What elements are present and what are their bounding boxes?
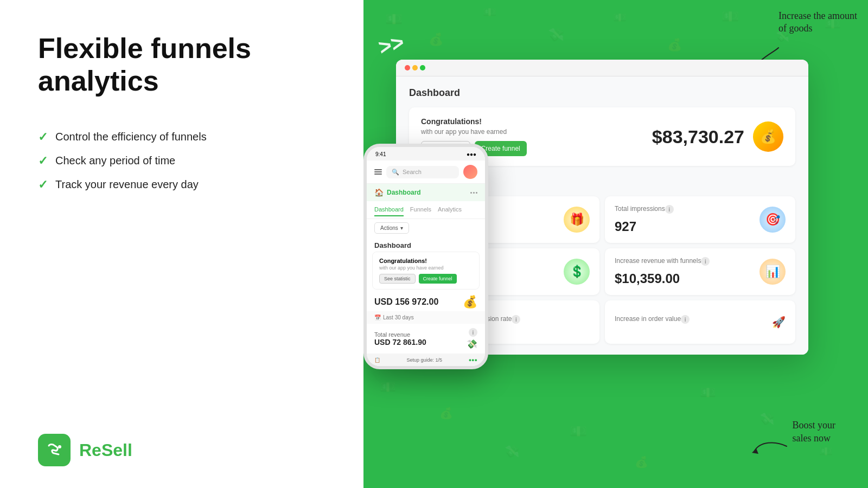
mobile-congrats-btns: See statistic Create funnel — [379, 274, 473, 284]
impressions-icon: 🎯 — [760, 207, 786, 233]
mobile-info-dot[interactable]: i — [469, 328, 477, 337]
amount-icon: 💰 — [753, 121, 783, 152]
actions-button[interactable]: Actions ▾ — [374, 222, 409, 234]
info-dot-order-value[interactable]: i — [681, 315, 690, 324]
dashboard-icon: 🏠 — [374, 188, 384, 197]
dot-green[interactable] — [420, 65, 425, 70]
hamburger-icon[interactable] — [374, 169, 382, 175]
tab-funnels[interactable]: Funnels — [410, 203, 431, 216]
mobile-actions: Actions ▾ — [367, 219, 485, 237]
left-panel: Flexible funnels analytics ✓ Control the… — [0, 0, 363, 488]
mobile-revenue-mini-icon: 💸 — [467, 339, 477, 349]
mobile-amount-value: USD 156 972.00 — [374, 297, 438, 307]
mobile-period[interactable]: 📅 Last 30 days — [367, 311, 485, 324]
search-placeholder: Search — [403, 169, 422, 175]
congrats-right: $83,730.27 💰 — [652, 121, 783, 152]
congrats-sub: with our app you have earned — [421, 128, 527, 136]
stat-left-order-value: Increase in order value i — [615, 315, 690, 329]
window-controls — [405, 65, 425, 70]
feature-item-1: ✓ Control the efficiency of funnels — [38, 130, 336, 144]
feature-item-2: ✓ Check any period of time — [38, 154, 336, 168]
congrats-title: Congratulations! — [421, 117, 527, 126]
mobile-stat-row-revenue: Total revenue USD 72 861.90 i 💸 — [367, 324, 485, 354]
mobile-congrats-sub: with our app you have earned — [379, 265, 473, 271]
left-content: Flexible funnels analytics ✓ Control the… — [38, 33, 336, 214]
actions-chevron: ▾ — [400, 225, 403, 231]
dot-yellow[interactable] — [412, 65, 418, 70]
info-dot-top-product[interactable]: i — [512, 315, 520, 324]
mobile-stat-right: i 💸 — [467, 328, 477, 349]
desktop-dashboard-title: Dashboard — [409, 87, 795, 99]
brand-name: ReSell — [79, 440, 132, 460]
brand-section: ReSell — [38, 434, 336, 466]
tab-dashboard[interactable]: Dashboard — [374, 203, 404, 216]
stat-label-order-value: Increase in order value — [615, 315, 681, 323]
setup-guide-icon: 📋 — [374, 357, 380, 363]
mobile-sidebar-item[interactable]: 🏠 Dashboard — [367, 184, 485, 201]
mobile-stat-left: Total revenue USD 72 861.90 — [374, 331, 426, 346]
stat-left-impressions: Total impressions i 927 — [615, 205, 674, 234]
info-dot-increase[interactable]: i — [701, 257, 710, 266]
mobile-statusbar: 9:41 ●●● — [367, 147, 485, 160]
mobile-more-icon[interactable] — [470, 192, 477, 194]
annotation-increase: Increase the amount of goods — [778, 10, 857, 35]
setup-guide-dots: ●●● — [469, 357, 477, 363]
hamburger-line-1 — [374, 169, 382, 170]
conversion-icon: 💲 — [564, 259, 590, 285]
mobile-see-statistic-button[interactable]: See statistic — [379, 274, 416, 284]
info-dot-impressions[interactable]: i — [665, 205, 674, 214]
mobile-stat-label-revenue: Total revenue — [374, 331, 426, 338]
stat-label-increase: Increase revenue with funnels — [615, 257, 701, 265]
total-amount: $83,730.27 — [652, 126, 744, 147]
tab-analytics[interactable]: Analytics — [438, 203, 462, 216]
mobile-create-funnel-button[interactable]: Create funnel — [419, 274, 457, 284]
main-heading: Flexible funnels analytics — [38, 33, 336, 98]
dot-red[interactable] — [405, 65, 410, 70]
mobile-amount-icon: 💰 — [463, 295, 477, 309]
features-list: ✓ Control the efficiency of funnels ✓ Ch… — [38, 130, 336, 192]
setup-guide[interactable]: 📋 Setup guide: 1/5 ●●● — [367, 354, 485, 366]
feature-item-3: ✓ Track your revenue every day — [38, 178, 336, 192]
check-icon-3: ✓ — [38, 178, 48, 192]
setup-guide-label: Setup guide: 1/5 — [407, 357, 443, 363]
stat-card-order-value: Increase in order value i 🚀 — [605, 300, 795, 344]
stat-header-increase: Increase revenue with funnels i — [615, 257, 710, 268]
mobile-time: 9:41 — [375, 151, 386, 157]
check-icon-1: ✓ — [38, 130, 48, 144]
mobile-status-icons: ●●● — [467, 151, 476, 157]
mobile-avatar[interactable] — [463, 165, 477, 179]
mobile-nav: 🔍 Search — [367, 160, 485, 184]
order-value-icon: 🚀 — [772, 316, 786, 329]
annotation-boost: Boost your sales now — [792, 419, 835, 445]
hamburger-line-2 — [374, 171, 382, 172]
mobile-search-input[interactable]: 🔍 Search — [386, 166, 459, 178]
actions-label: Actions — [380, 225, 398, 231]
stat-value-increase: $10,359.00 — [615, 271, 710, 286]
mobile-calendar-icon: 📅 — [374, 314, 381, 320]
mobile-mockup: 9:41 ●●● 🔍 Search 🏠 Dashboard — [363, 144, 488, 369]
stat-card-increase-revenue: Increase revenue with funnels i $10,359.… — [605, 248, 795, 295]
check-icon-2: ✓ — [38, 154, 48, 168]
right-panel: 💵 💰 💵 💸 💵 💰 💵 💸 💵 💵 💰 💸 💵 💰 💵 💸 💵 >> Inc… — [363, 0, 868, 488]
stat-header-impressions: Total impressions i — [615, 205, 674, 216]
brand-logo — [38, 434, 71, 466]
mobile-stat-value-revenue: USD 72 861.90 — [374, 338, 426, 346]
mobile-usd-amount: USD 156 972.00 💰 — [367, 290, 485, 311]
stat-label-impressions: Total impressions — [615, 205, 665, 213]
mobile-period-label: Last 30 days — [383, 314, 414, 320]
hamburger-line-3 — [374, 174, 382, 175]
increase-icon: 📊 — [760, 259, 786, 285]
stat-header-order-value: Increase in order value i — [615, 315, 690, 326]
stat-left-increase: Increase revenue with funnels i $10,359.… — [615, 257, 710, 286]
mobile-congrats-title: Congratulations! — [379, 258, 473, 264]
search-icon: 🔍 — [392, 169, 399, 176]
desktop-titlebar — [396, 60, 808, 76]
revenue-icon: 🎁 — [564, 207, 590, 233]
stat-card-impressions: Total impressions i 927 🎯 — [605, 196, 795, 243]
mobile-tabs: Dashboard Funnels Analytics — [367, 201, 485, 219]
svg-point-0 — [58, 445, 61, 448]
stat-value-impressions: 927 — [615, 219, 674, 234]
mobile-section-title: Dashboard — [367, 237, 485, 252]
mobile-sidebar-label: Dashboard — [387, 189, 421, 196]
mobile-congrats-card: Congratulations! with our app you have e… — [372, 252, 480, 290]
